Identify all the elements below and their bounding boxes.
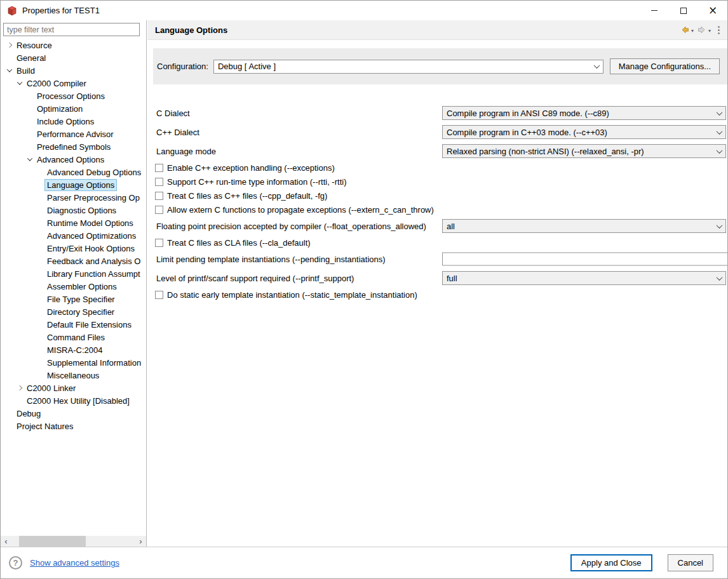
- tree-item-advanced-optimizations[interactable]: Advanced Optimizations: [1, 229, 146, 242]
- scroll-left-icon[interactable]: ‹: [1, 536, 11, 547]
- help-icon[interactable]: ?: [9, 556, 22, 569]
- tree-item-feedback-and-analysis[interactable]: Feedback and Analysis O: [1, 255, 146, 267]
- pending-instantiations-input[interactable]: [442, 253, 727, 266]
- chevron-down-icon: [713, 111, 725, 116]
- c-dialect-label: C Dialect: [156, 109, 190, 118]
- tree-item-label: Parser Preprocessing Op: [45, 192, 142, 203]
- form-row-float-operations-allowed: Floating point precision accepted by com…: [147, 216, 727, 236]
- tree-item-advanced-debug-options[interactable]: Advanced Debug Options: [1, 166, 146, 178]
- tree-item-predefined-symbols[interactable]: Predefined Symbols: [1, 140, 146, 153]
- tree-item-label: File Type Specifier: [45, 294, 117, 305]
- exceptions-checkbox[interactable]: [155, 164, 163, 172]
- close-button[interactable]: ×: [698, 1, 727, 20]
- tree-item-entry-exit-hook-options[interactable]: Entry/Exit Hook Options: [1, 242, 146, 255]
- tree-item-diagnostic-options[interactable]: Diagnostic Options: [1, 204, 146, 216]
- maximize-icon: [680, 8, 687, 14]
- tree-item-directory-specifier[interactable]: Directory Specifier: [1, 305, 146, 318]
- rtti-label: Support C++ run-time type information (-…: [167, 177, 346, 187]
- float-operations-allowed-select[interactable]: all: [442, 219, 726, 233]
- tree-item-label: Performance Advisor: [35, 129, 116, 140]
- tree-item-supplemental-information[interactable]: Supplemental Information: [1, 356, 146, 369]
- content-header: Language Options ▾ ▾: [147, 20, 727, 40]
- rtti-checkbox[interactable]: [155, 178, 163, 186]
- view-menu-icon[interactable]: [718, 26, 720, 28]
- tree-item-build[interactable]: Build: [1, 64, 146, 77]
- tree-item-label: Diagnostic Options: [45, 205, 118, 216]
- filter-input[interactable]: [3, 23, 140, 36]
- maximize-button[interactable]: [669, 1, 698, 20]
- forward-arrow-icon[interactable]: [697, 25, 707, 35]
- tree-item-general[interactable]: General: [1, 51, 146, 64]
- minimize-button[interactable]: [640, 1, 669, 20]
- tree-item-c2000-compiler[interactable]: C2000 Compiler: [1, 77, 146, 90]
- show-advanced-settings-link[interactable]: Show advanced settings: [30, 558, 119, 568]
- tree-item-misra-c-2004[interactable]: MISRA-C:2004: [1, 343, 146, 356]
- printf-support-select-value: full: [443, 274, 713, 283]
- chevron-right-icon[interactable]: [4, 43, 15, 47]
- tree-item-parser-preprocessing-options[interactable]: Parser Preprocessing Op: [1, 191, 146, 204]
- tree-item-label: Advanced Options: [35, 154, 106, 165]
- close-icon: ×: [708, 5, 717, 16]
- tree-item-label: Build: [15, 65, 37, 76]
- manage-configurations-button[interactable]: Manage Configurations...: [610, 58, 720, 74]
- tree-item-label: C2000 Compiler: [25, 78, 88, 89]
- tree-item-advanced-options[interactable]: Advanced Options: [1, 153, 146, 166]
- language-mode-select[interactable]: Relaxed parsing (non-strict ANSI) (--rel…: [442, 144, 726, 158]
- float-operations-allowed-label: Floating point precision accepted by com…: [156, 222, 426, 231]
- tree-item-resource[interactable]: Resource: [1, 39, 146, 51]
- apply-and-close-button[interactable]: Apply and Close: [570, 554, 652, 571]
- tree-item-runtime-model-options[interactable]: Runtime Model Options: [1, 216, 146, 229]
- back-arrow-icon[interactable]: [680, 25, 690, 35]
- scrollbar-track[interactable]: [11, 536, 135, 547]
- tree-item-c2000-hex-utility[interactable]: C2000 Hex Utility [Disabled]: [1, 394, 146, 407]
- chevron-down-icon[interactable]: [4, 69, 15, 72]
- cpp-dialect-label: C++ Dialect: [156, 128, 199, 137]
- cpp-dialect-select[interactable]: Compile program in C++03 mode. (--c++03): [442, 125, 726, 139]
- tree-item-language-options[interactable]: Language Options: [1, 178, 146, 191]
- configuration-label: Configuration:: [157, 62, 208, 71]
- chevron-down-icon: [713, 149, 725, 154]
- configuration-select[interactable]: Debug [ Active ]: [213, 60, 603, 74]
- tree-item-command-files[interactable]: Command Files: [1, 331, 146, 343]
- back-history-caret-icon[interactable]: ▾: [691, 28, 694, 34]
- minimize-icon: [651, 10, 657, 11]
- tree-item-label: Library Function Assumpt: [45, 269, 142, 279]
- tree-item-project-natures[interactable]: Project Natures: [1, 420, 146, 432]
- tree-item-label: Entry/Exit Hook Options: [45, 243, 137, 254]
- form-row-extern-c-can-throw: Allow extern C functions to propagate ex…: [147, 203, 727, 216]
- chevron-down-icon[interactable]: [25, 157, 35, 161]
- tree-item-label: C2000 Hex Utility [Disabled]: [25, 396, 131, 406]
- tree-item-file-type-specifier[interactable]: File Type Specifier: [1, 293, 146, 305]
- form-row-language-mode: Language modeRelaxed parsing (non-strict…: [147, 142, 727, 161]
- tree-item-label: Runtime Model Options: [45, 218, 135, 229]
- tree-item-label: Processor Options: [35, 91, 107, 102]
- tree-item-miscellaneous[interactable]: Miscellaneous: [1, 369, 146, 382]
- tree-item-performance-advisor[interactable]: Performance Advisor: [1, 128, 146, 140]
- sidebar: ResourceGeneralBuildC2000 CompilerProces…: [1, 20, 147, 547]
- extern-c-can-throw-checkbox[interactable]: [155, 206, 163, 214]
- tree-item-label: Resource: [15, 40, 54, 51]
- static-template-instantiation-checkbox[interactable]: [155, 291, 163, 299]
- printf-support-select[interactable]: full: [442, 271, 726, 285]
- tree-item-c2000-linker[interactable]: C2000 Linker: [1, 382, 146, 394]
- chevron-down-icon: [713, 276, 725, 281]
- tree-item-debug[interactable]: Debug: [1, 407, 146, 420]
- tree-item-processor-options[interactable]: Processor Options: [1, 90, 146, 102]
- forward-history-caret-icon[interactable]: ▾: [708, 28, 711, 34]
- tree-item-library-function-assumptions[interactable]: Library Function Assumpt: [1, 267, 146, 280]
- chevron-right-icon[interactable]: [15, 386, 25, 390]
- chevron-down-icon[interactable]: [15, 81, 25, 85]
- scroll-right-icon[interactable]: ›: [135, 536, 146, 547]
- tree-item-label: Predefined Symbols: [35, 142, 112, 152]
- cla-default-checkbox[interactable]: [155, 239, 163, 247]
- cancel-button[interactable]: Cancel: [668, 554, 713, 571]
- c-dialect-select[interactable]: Compile program in ANSI C89 mode. (--c89…: [442, 106, 726, 120]
- language-mode-select-value: Relaxed parsing (non-strict ANSI) (--rel…: [443, 147, 713, 156]
- scrollbar-thumb[interactable]: [19, 536, 86, 547]
- tree-item-include-options[interactable]: Include Options: [1, 115, 146, 128]
- page-title: Language Options: [155, 25, 227, 35]
- tree-item-assembler-options[interactable]: Assembler Options: [1, 280, 146, 293]
- tree-item-optimization[interactable]: Optimization: [1, 102, 146, 115]
- cpp-default-checkbox[interactable]: [155, 192, 163, 200]
- tree-item-default-file-extensions[interactable]: Default File Extensions: [1, 318, 146, 331]
